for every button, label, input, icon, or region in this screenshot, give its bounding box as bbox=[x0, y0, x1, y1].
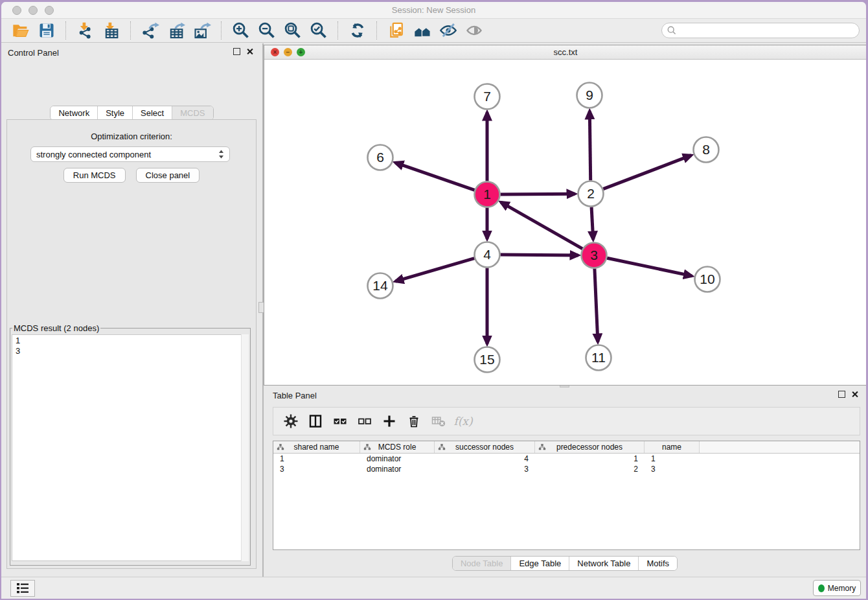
graph-node-6[interactable]: 6 bbox=[368, 145, 393, 170]
cell-shared-name[interactable]: 3 bbox=[273, 464, 360, 474]
table-tab-node-table[interactable]: Node Table bbox=[453, 557, 512, 570]
close-panel-button[interactable]: Close panel bbox=[136, 168, 200, 183]
split-panel-button[interactable] bbox=[305, 411, 326, 432]
create-column-button[interactable] bbox=[379, 411, 400, 432]
table-float-panel-icon[interactable] bbox=[838, 391, 845, 398]
column-header-shared-name[interactable]: shared name bbox=[273, 441, 360, 453]
table-row[interactable]: 3dominator323 bbox=[273, 464, 860, 474]
delete-columns-button[interactable] bbox=[404, 411, 424, 432]
graph-node-1[interactable]: 1 bbox=[475, 182, 500, 207]
export-table-button[interactable] bbox=[165, 21, 187, 40]
optimization-criterion-select[interactable]: strongly connected component bbox=[30, 146, 230, 162]
window-close-button[interactable] bbox=[12, 6, 21, 15]
window-zoom-button[interactable] bbox=[45, 6, 54, 15]
cell-predecessor-nodes[interactable]: 1 bbox=[535, 454, 645, 464]
graph-edge-1-6[interactable] bbox=[395, 163, 474, 190]
graph-node-14[interactable]: 14 bbox=[368, 273, 393, 299]
column-header-predecessor-nodes[interactable]: predecessor nodes bbox=[535, 441, 645, 453]
graph-edge-2-8[interactable] bbox=[603, 156, 691, 189]
float-panel-icon[interactable] bbox=[233, 48, 240, 55]
run-mcds-button[interactable]: Run MCDS bbox=[63, 168, 126, 183]
show-hidden-button[interactable] bbox=[463, 21, 485, 40]
table-close-panel-icon[interactable] bbox=[851, 391, 858, 398]
graph-edge-3-11[interactable] bbox=[595, 269, 598, 342]
graph-edge-4-3[interactable] bbox=[501, 255, 578, 255]
save-session-button[interactable] bbox=[36, 21, 58, 40]
search-box[interactable] bbox=[661, 23, 860, 38]
graph-edge-3-10[interactable] bbox=[607, 258, 692, 276]
table-header-row: shared nameMCDS rolesuccessor nodesprede… bbox=[273, 441, 860, 454]
refresh-layout-button[interactable] bbox=[347, 21, 369, 40]
frame-minimize-button[interactable]: − bbox=[284, 48, 292, 56]
import-network-button[interactable] bbox=[74, 21, 97, 40]
import-table-button[interactable] bbox=[100, 21, 122, 40]
graph-node-8[interactable]: 8 bbox=[694, 137, 719, 163]
graph-node-3[interactable]: 3 bbox=[582, 243, 607, 268]
table-row[interactable]: 1dominator411 bbox=[273, 454, 860, 464]
cell-shared-name[interactable]: 1 bbox=[273, 454, 360, 464]
table-tab-motifs[interactable]: Motifs bbox=[639, 557, 677, 570]
cell-mcds-role[interactable]: dominator bbox=[360, 464, 435, 474]
network-graph[interactable]: 7968124314101511 bbox=[264, 59, 866, 385]
window-minimize-button[interactable] bbox=[29, 6, 38, 15]
zoom-selected-button[interactable] bbox=[308, 21, 330, 40]
cell-successor-nodes[interactable]: 4 bbox=[435, 454, 535, 464]
node-label: 8 bbox=[702, 142, 710, 157]
table-tab-edge-table[interactable]: Edge Table bbox=[511, 557, 569, 570]
select-all-rows-icon bbox=[332, 413, 348, 429]
zoom-out-button[interactable] bbox=[256, 21, 278, 40]
cell-name[interactable]: 3 bbox=[645, 464, 700, 474]
split-panel-icon bbox=[308, 413, 323, 429]
hide-selected-button[interactable] bbox=[437, 21, 459, 40]
graph-node-15[interactable]: 15 bbox=[475, 347, 500, 373]
mcds-result-title: MCDS result (2 nodes) bbox=[12, 323, 100, 333]
graph-edge-3-1[interactable] bbox=[501, 202, 582, 249]
tab-select[interactable]: Select bbox=[133, 106, 172, 120]
deselect-all-rows-icon bbox=[357, 413, 372, 429]
select-all-rows-button[interactable] bbox=[330, 411, 350, 432]
graph-node-2[interactable]: 2 bbox=[578, 181, 604, 207]
zoom-in-button[interactable] bbox=[230, 21, 252, 40]
network-home-button[interactable] bbox=[411, 21, 433, 40]
node-label: 4 bbox=[483, 247, 491, 262]
open-session-button[interactable] bbox=[10, 21, 32, 40]
task-history-button[interactable] bbox=[10, 580, 35, 597]
graph-edge-2-3[interactable] bbox=[591, 207, 593, 240]
cell-name[interactable]: 1 bbox=[645, 454, 700, 464]
table-tab-network-table[interactable]: Network Table bbox=[569, 557, 639, 570]
tab-network[interactable]: Network bbox=[51, 106, 98, 120]
frame-zoom-button[interactable]: + bbox=[297, 48, 305, 56]
network-canvas[interactable]: 7968124314101511 bbox=[264, 59, 866, 385]
network-frame-titlebar[interactable]: × − + scc.txt bbox=[264, 45, 866, 60]
export-image-button[interactable] bbox=[191, 21, 213, 40]
cell-predecessor-nodes[interactable]: 2 bbox=[535, 464, 645, 474]
cell-successor-nodes[interactable]: 3 bbox=[435, 464, 535, 474]
column-header-mcds-role[interactable]: MCDS role bbox=[360, 441, 435, 453]
frame-close-button[interactable]: × bbox=[271, 48, 279, 56]
graph-node-4[interactable]: 4 bbox=[475, 242, 500, 268]
result-scrollbar[interactable] bbox=[241, 334, 249, 561]
graph-node-10[interactable]: 10 bbox=[695, 267, 720, 292]
zoom-fit-content-button[interactable] bbox=[282, 21, 304, 40]
cell-mcds-role[interactable]: dominator bbox=[360, 454, 435, 464]
tab-mcds[interactable]: MCDS bbox=[172, 106, 212, 120]
graph-node-11[interactable]: 11 bbox=[586, 345, 611, 371]
column-header-name[interactable]: name bbox=[645, 441, 700, 453]
mcds-result-list[interactable]: 1 3 bbox=[12, 334, 249, 561]
copy-network-button[interactable] bbox=[385, 21, 407, 40]
graph-edge-4-14[interactable] bbox=[396, 259, 475, 282]
table-settings-button[interactable] bbox=[280, 411, 301, 432]
export-network-button[interactable] bbox=[139, 21, 161, 40]
graph-node-7[interactable]: 7 bbox=[475, 84, 500, 110]
graph-edge-2-9[interactable] bbox=[589, 111, 590, 181]
search-input[interactable] bbox=[680, 25, 854, 36]
memory-button[interactable]: Memory bbox=[813, 580, 861, 596]
graph-node-9[interactable]: 9 bbox=[577, 83, 602, 108]
close-panel-icon[interactable] bbox=[246, 48, 253, 55]
deselect-all-rows-button[interactable] bbox=[354, 411, 375, 432]
graph-edge-1-2[interactable] bbox=[501, 194, 575, 194]
column-header-successor-nodes[interactable]: successor nodes bbox=[435, 441, 535, 453]
column-label: shared name bbox=[293, 443, 339, 452]
toolbar-separator bbox=[130, 21, 131, 40]
tab-style[interactable]: Style bbox=[98, 106, 133, 120]
